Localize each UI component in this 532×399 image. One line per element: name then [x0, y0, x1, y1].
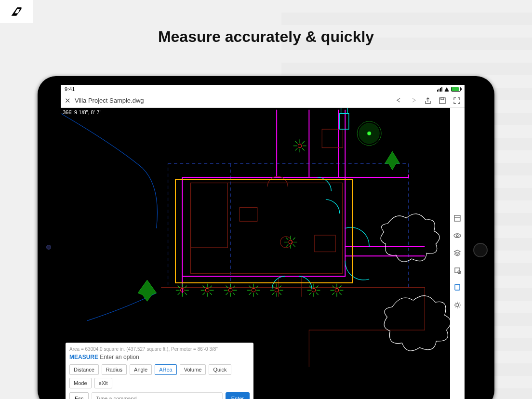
svg-rect-106 — [455, 268, 460, 273]
layers-tool-icon[interactable] — [453, 249, 462, 257]
command-status: Area = 63004.0 square in. (437.527 squar… — [69, 346, 250, 352]
svg-rect-15 — [340, 114, 349, 130]
status-icons — [437, 87, 461, 92]
undo-icon[interactable] — [395, 97, 403, 105]
tablet-frame: 9:41 ✕ Villa Project Sample.dwg 3 — [38, 76, 494, 399]
share-icon[interactable] — [424, 97, 432, 105]
svg-point-66 — [252, 288, 255, 292]
cmd-option-angle[interactable]: Angle — [130, 364, 152, 375]
svg-line-64 — [226, 293, 228, 295]
svg-line-46 — [178, 293, 180, 295]
svg-line-54 — [210, 293, 212, 295]
canvas-wrap: 366'-9 1/8", 8'-7" — [61, 108, 465, 399]
svg-rect-0 — [439, 98, 445, 104]
enter-button[interactable]: Enter — [226, 392, 250, 399]
command-panel: Area = 63004.0 square in. (437.527 squar… — [66, 343, 253, 399]
svg-point-84 — [312, 288, 316, 292]
status-time: 9:41 — [65, 86, 75, 92]
svg-point-21 — [298, 144, 302, 148]
file-name: Villa Project Sample.dwg — [75, 97, 144, 104]
svg-line-27 — [302, 148, 305, 151]
command-prompt: MEASURE Enter an option — [69, 354, 250, 360]
command-prompt-text: Enter an option — [100, 354, 139, 360]
home-button — [473, 243, 488, 257]
autodesk-logo-icon — [10, 5, 23, 18]
svg-line-29 — [302, 141, 305, 144]
camera-dot — [46, 245, 51, 250]
svg-line-63 — [233, 293, 235, 295]
properties-tool-icon[interactable] — [453, 214, 462, 223]
svg-line-82 — [272, 293, 275, 295]
svg-rect-1 — [441, 98, 444, 100]
fullscreen-icon[interactable] — [453, 97, 461, 105]
svg-line-45 — [185, 293, 187, 295]
svg-line-28 — [295, 148, 298, 151]
cmd-option-radius[interactable]: Radius — [102, 364, 127, 375]
svg-line-26 — [295, 141, 298, 144]
svg-point-107 — [458, 271, 461, 274]
autodesk-logo — [0, 0, 33, 23]
svg-point-109 — [456, 304, 459, 306]
svg-line-90 — [316, 293, 319, 295]
cmd-option-exit[interactable]: eXit — [94, 378, 112, 388]
battery-icon — [451, 87, 461, 92]
svg-point-48 — [205, 288, 209, 292]
svg-line-73 — [249, 293, 252, 295]
esc-button[interactable]: Esc — [69, 392, 89, 399]
headline: Measure accurately & quickly — [0, 28, 532, 46]
svg-point-20 — [367, 132, 371, 135]
cmd-option-mode[interactable]: Mode — [69, 378, 92, 388]
close-icon[interactable]: ✕ — [65, 96, 71, 105]
svg-point-93 — [335, 288, 339, 292]
cmd-option-volume[interactable]: Volume — [180, 364, 206, 375]
svg-rect-13 — [322, 129, 343, 147]
save-icon[interactable] — [439, 97, 446, 105]
svg-point-57 — [228, 288, 232, 292]
command-input[interactable] — [92, 392, 222, 399]
cmd-option-quick[interactable]: Quick — [209, 364, 231, 375]
signal-icon — [437, 87, 442, 92]
blocks-tool-icon[interactable] — [453, 266, 462, 275]
settings-tool-icon[interactable] — [453, 301, 462, 309]
tool-sidebar — [450, 108, 465, 399]
svg-point-104 — [454, 234, 461, 238]
selection-rectangle — [175, 179, 353, 283]
drawing-canvas[interactable]: 366'-9 1/8", 8'-7" — [61, 108, 450, 399]
screen: 9:41 ✕ Villa Project Sample.dwg 3 — [61, 85, 465, 399]
svg-line-55 — [203, 293, 205, 295]
svg-line-81 — [279, 293, 281, 295]
file-bar: ✕ Villa Project Sample.dwg — [61, 93, 465, 108]
wifi-icon — [444, 87, 449, 92]
file-actions — [395, 97, 461, 105]
svg-line-91 — [309, 293, 311, 295]
svg-line-72 — [256, 293, 258, 295]
command-keyword: MEASURE — [69, 354, 98, 360]
status-bar: 9:41 — [61, 85, 465, 93]
cmd-option-distance[interactable]: Distance — [69, 364, 99, 375]
measure-tool-icon[interactable] — [453, 283, 462, 292]
view-tool-icon[interactable] — [453, 231, 462, 240]
svg-rect-102 — [454, 215, 460, 221]
svg-point-105 — [456, 235, 458, 237]
svg-line-99 — [339, 293, 342, 295]
svg-line-100 — [332, 293, 334, 295]
svg-point-75 — [275, 288, 279, 292]
redo-icon[interactable] — [410, 97, 417, 105]
cmd-option-area[interactable]: ARea — [155, 364, 177, 375]
command-options: DistanceRadiusAngleAReaVolumeQuickModeeX… — [69, 364, 250, 388]
